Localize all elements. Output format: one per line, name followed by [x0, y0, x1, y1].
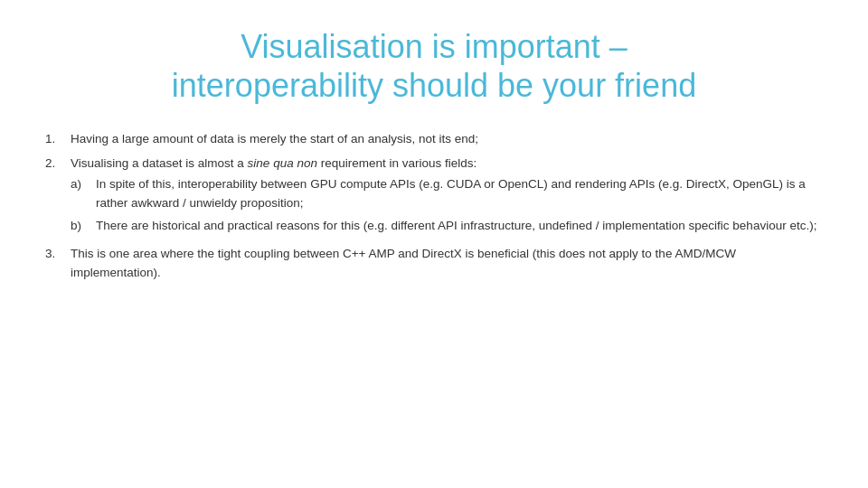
list-text-2-italic: sine qua non — [248, 156, 317, 170]
list-num-1: 1. — [45, 130, 71, 149]
slide-content: 1. Having a large amount of data is mere… — [45, 130, 823, 287]
slide: Visualisation is important – interoperab… — [0, 0, 868, 488]
list-num-3: 3. — [45, 245, 71, 283]
slide-title: Visualisation is important – interoperab… — [45, 27, 823, 105]
sub-num-a: a) — [71, 175, 96, 213]
title-line1: Visualisation is important – — [241, 28, 627, 65]
list-text-2-after: requirement in various fields: — [317, 156, 476, 170]
sub-list-item-a: a) In spite of this, interoperability be… — [71, 175, 823, 213]
list-item-1: 1. Having a large amount of data is mere… — [45, 130, 823, 149]
list-item-2: 2. Visualising a dataset is almost a sin… — [45, 155, 823, 239]
sub-num-b: b) — [71, 217, 96, 236]
sub-text-a: In spite of this, interoperability betwe… — [96, 175, 823, 213]
list-text-1: Having a large amount of data is merely … — [71, 130, 823, 149]
main-list: 1. Having a large amount of data is mere… — [45, 130, 823, 282]
list-num-2: 2. — [45, 155, 71, 239]
sub-text-b: There are historical and practical reaso… — [96, 217, 823, 236]
list-item-3: 3. This is one area where the tight coup… — [45, 245, 823, 283]
list-text-2: Visualising a dataset is almost a sine q… — [71, 155, 823, 239]
list-text-2-before: Visualising a dataset is almost a — [71, 156, 248, 170]
title-line2: interoperability should be your friend — [172, 67, 696, 104]
sub-list-2: a) In spite of this, interoperability be… — [71, 175, 823, 236]
sub-list-item-b: b) There are historical and practical re… — [71, 217, 823, 236]
list-text-3: This is one area where the tight couplin… — [71, 245, 823, 283]
